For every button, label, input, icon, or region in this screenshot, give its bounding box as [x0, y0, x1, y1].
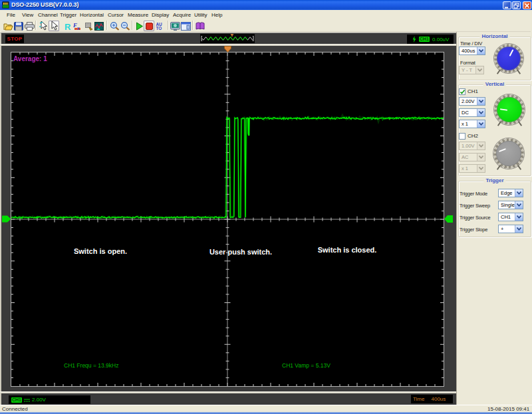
ch1-scale-value: 2.00V [32, 397, 46, 403]
time-base-box: Time 400us [411, 395, 453, 403]
help-icon[interactable] [195, 21, 205, 31]
title-bar: DSO-2250 USB(V7.0.0.3) [0, 0, 532, 10]
trigger-sweep-select[interactable]: Single [498, 201, 523, 209]
trigger-source-select[interactable]: CH1 [498, 213, 523, 221]
separator-bottom [0, 391, 456, 393]
lightning-icon [412, 36, 416, 43]
format-select: Y - T [459, 66, 484, 74]
measure-fx-icon[interactable]: Fx [72, 21, 83, 31]
window-icon[interactable] [180, 21, 191, 31]
status-bar: Connected 15-08-2015 09:41 [0, 405, 532, 412]
dc-coupling-icon [24, 397, 30, 403]
waveform-image-icon[interactable] [94, 21, 104, 31]
time-div-select[interactable]: 400us [459, 47, 485, 55]
svg-text:R: R [65, 22, 71, 31]
ch1-badge: CH1 [11, 397, 22, 403]
stamp-icon[interactable] [83, 21, 94, 31]
window-title: DSO-2250 USB(V7.0.0.3) [11, 1, 78, 8]
trigger-row-label: Trigger Slope [460, 227, 487, 233]
maximize-button[interactable] [512, 1, 521, 9]
open-file-icon[interactable] [3, 21, 13, 31]
control-panel: Horizontal Time / DIV 400us Format Y - T… [456, 32, 532, 405]
cursor-select-icon[interactable] [49, 21, 59, 31]
ch2-checkbox-label: CH2 [467, 133, 478, 139]
horizontal-position-knob[interactable] [494, 44, 523, 73]
trigger-readout-box: CH1 0.00uV [407, 35, 454, 44]
ch1-checkbox-label: CH1 [467, 88, 478, 94]
time-base-value: 400us [431, 396, 446, 402]
trigger-row-label: Trigger Sweep [460, 203, 490, 209]
menu-display[interactable]: Display [152, 12, 169, 18]
self-calibration-icon[interactable] [170, 21, 180, 31]
waveform-preview-slider[interactable] [200, 34, 255, 43]
trigger-channel-badge: CH1 [419, 37, 430, 42]
chevron-down-icon [477, 47, 485, 54]
average-mode-label: Average: 1 [13, 55, 47, 62]
stop-icon[interactable] [144, 21, 154, 31]
chevron-down-icon [477, 120, 485, 128]
ch1-probe-select[interactable]: x 1 [459, 120, 485, 128]
trigger-mode-select[interactable]: Edge [498, 189, 523, 197]
toolbar-separator [132, 21, 133, 30]
zoom-out-icon[interactable] [120, 21, 130, 31]
toolbar-separator [192, 21, 194, 30]
connection-status: Connected [2, 406, 28, 412]
print-icon[interactable] [24, 21, 35, 31]
time-label: Time [413, 396, 424, 402]
measurement-readout: CH1 Frequ = 13.9kHz [64, 362, 118, 369]
ch1-position-marker[interactable] [2, 215, 11, 223]
date-time: 15-08-2015 09:41 [487, 406, 529, 412]
acquisition-status-box: STOP [5, 35, 24, 43]
measurement-readout: CH1 Vamp = 5.13V [282, 362, 331, 369]
waveform-annotation: User push switch. [209, 248, 272, 256]
ch1-position-knob[interactable] [494, 94, 525, 125]
ch2-coupling-select: AC [459, 153, 485, 161]
menu-measure[interactable]: Measure [128, 12, 148, 18]
vertical-group-title: Vertical [483, 81, 506, 87]
save-icon[interactable] [13, 21, 24, 31]
menu-horizontal[interactable]: Horizontal [80, 12, 104, 18]
menu-channel[interactable]: Channel [38, 12, 58, 18]
trigger-slope-select[interactable]: + [498, 225, 523, 233]
menu-acquire[interactable]: Acquire [173, 12, 191, 18]
ch1-checkbox[interactable] [459, 88, 466, 95]
chevron-down-icon [477, 154, 485, 161]
trigger-row-label: Trigger Mode [460, 191, 487, 197]
trigger-level-value: 0.00uV [432, 37, 449, 43]
auto-set-icon[interactable]: AUTO [154, 21, 165, 31]
toolbar-separator [106, 21, 108, 30]
trigger-level-marker[interactable] [444, 215, 453, 223]
menu-view[interactable]: View [22, 12, 33, 18]
channel-info-box: CH1 2.00V [9, 395, 90, 404]
ch1-coupling-select[interactable]: DC [459, 108, 485, 117]
toolbar: RFxAUTO [1, 19, 531, 32]
oscilloscope-display[interactable] [11, 52, 444, 387]
cursor-arrow-icon[interactable] [38, 21, 49, 31]
menu-cursor[interactable]: Cursor [108, 12, 124, 18]
toolbar-separator [35, 21, 37, 30]
time-div-label: Time / DIV [460, 41, 482, 47]
acquisition-status: STOP [7, 36, 23, 42]
svg-text:TO: TO [156, 26, 162, 31]
ch1-volts-select[interactable]: 2.00V [459, 97, 485, 106]
refresh-r-icon[interactable]: R [62, 21, 72, 31]
zoom-in-icon[interactable] [109, 21, 120, 31]
menu-help[interactable]: Help [211, 12, 222, 18]
minimize-button[interactable] [503, 1, 511, 9]
ch2-position-knob[interactable] [493, 138, 524, 169]
chevron-down-icon [515, 225, 523, 233]
svg-text:x: x [76, 25, 80, 31]
menu-file[interactable]: File [7, 12, 15, 18]
close-button[interactable] [523, 1, 531, 9]
chevron-down-icon [477, 98, 485, 105]
trigger-position-marker[interactable] [224, 46, 231, 52]
chevron-down-icon [515, 189, 523, 197]
ch2-probe-select: x 1 [459, 164, 485, 173]
waveform-annotation: Switch is open. [74, 247, 127, 255]
menu-utility[interactable]: Utility [194, 12, 207, 18]
menu-trigger[interactable]: Trigger [60, 12, 76, 18]
trigger-group-title: Trigger [483, 177, 505, 183]
ch2-checkbox[interactable] [459, 133, 466, 140]
chevron-down-icon [477, 165, 485, 172]
chevron-down-icon [515, 213, 523, 221]
